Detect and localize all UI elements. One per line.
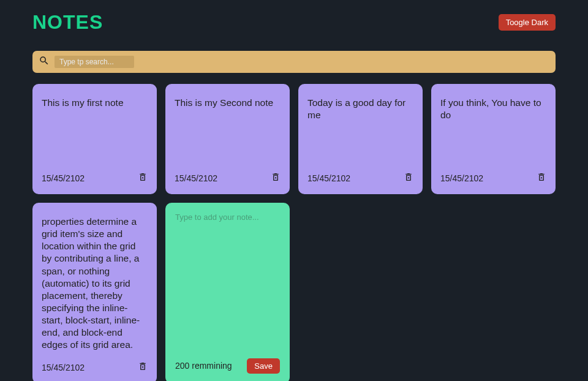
note-footer: 15/45/2102 (175, 172, 281, 185)
note-card: properties determine a grid item's size … (32, 203, 157, 381)
note-text: If you think, You have to do (440, 93, 546, 121)
note-text: This is my Second note (175, 93, 281, 109)
search-icon (39, 55, 55, 69)
save-button[interactable]: Save (247, 358, 280, 374)
page-title: NOTES (32, 11, 103, 34)
note-footer: 15/45/2102 (307, 172, 413, 185)
search-bar (32, 51, 556, 73)
note-card: This is my first note 15/45/2102 (32, 84, 157, 194)
new-note-textarea[interactable] (175, 213, 280, 358)
note-date: 15/45/2102 (42, 363, 85, 372)
note-text: properties determine a grid item's size … (42, 212, 148, 352)
note-footer: 15/45/2102 (440, 172, 546, 185)
notes-grid: This is my first note 15/45/2102 This is… (32, 84, 556, 381)
new-note-footer: 200 remmining Save (175, 358, 280, 374)
note-date: 15/45/2102 (175, 173, 217, 183)
note-date: 15/45/2102 (42, 173, 85, 183)
note-text: Today is a good day for me (307, 93, 413, 121)
note-card: This is my Second note 15/45/2102 (165, 84, 290, 194)
note-card: Today is a good day for me 15/45/2102 (298, 84, 423, 194)
new-note-card: 200 remmining Save (165, 203, 290, 381)
header: NOTES Toogle Dark (32, 11, 556, 34)
note-footer: 15/45/2102 (42, 172, 148, 185)
toggle-dark-button[interactable]: Toogle Dark (499, 14, 556, 31)
delete-icon[interactable] (404, 172, 413, 185)
delete-icon[interactable] (138, 172, 148, 185)
delete-icon[interactable] (537, 172, 546, 185)
remaining-count: 200 remmining (175, 361, 232, 371)
note-footer: 15/45/2102 (42, 361, 148, 374)
search-input[interactable] (55, 56, 134, 68)
note-card: If you think, You have to do 15/45/2102 (431, 84, 556, 194)
delete-icon[interactable] (271, 172, 281, 185)
note-text: This is my first note (42, 93, 148, 109)
note-date: 15/45/2102 (307, 173, 350, 183)
note-date: 15/45/2102 (440, 173, 483, 183)
delete-icon[interactable] (138, 361, 148, 374)
app-container: NOTES Toogle Dark This is my first note … (0, 0, 588, 381)
